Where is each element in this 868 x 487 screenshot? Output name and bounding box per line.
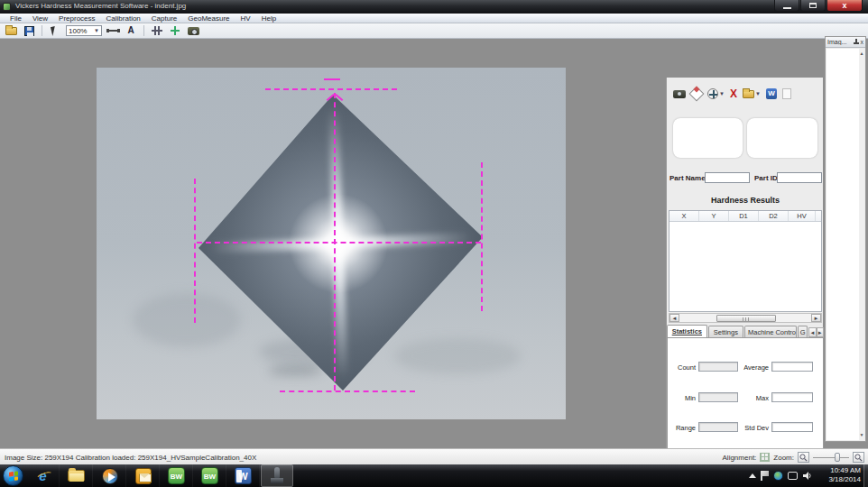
taskbar-item-file-explorer[interactable] [60,464,93,487]
scroll-up-arrow-icon[interactable]: ▲ [859,51,864,57]
tab-machine-control[interactable]: Machine Control [744,326,797,337]
taskbar: e BW BW W 10:49 AM 3/18/2014 [0,464,868,487]
column-header-x[interactable]: X [669,211,699,221]
preview-box-2[interactable] [747,118,817,158]
open-file-button[interactable] [4,24,18,37]
camera-tool-button[interactable] [186,24,200,37]
menu-hv[interactable]: HV [235,14,256,23]
menu-view[interactable]: View [27,14,53,23]
stat-min-label: Min [668,394,696,402]
column-header-hv[interactable]: HV [789,211,816,221]
alignment-label: Alignment: [723,454,757,462]
measure-horizontal-axis[interactable] [197,242,481,244]
menu-preprocess[interactable]: Preprocess [53,14,100,23]
open-results-button[interactable]: ▼ [743,87,761,101]
column-header-d2[interactable]: D2 [759,211,789,221]
crosshair-icon [171,26,180,35]
grid-tool-button[interactable] [150,24,164,37]
zoom-out-button[interactable] [798,452,809,463]
zoom-in-button[interactable] [853,452,864,463]
open-folder-icon [5,27,17,35]
indent-image[interactable] [97,68,566,419]
show-desktop-button[interactable] [863,464,868,487]
taskbar-item-bw-app-2[interactable]: BW [194,464,226,487]
tab-settings[interactable]: Settings [708,326,743,337]
magnifier-icon [799,454,808,462]
chevron-down-icon: ▼ [719,91,725,96]
outlook-icon [135,468,152,484]
part-name-input[interactable] [705,172,750,183]
menu-help[interactable]: Help [256,14,282,23]
display-icon[interactable] [788,472,798,480]
measure-bottom-line[interactable] [280,391,415,392]
edit-measure-button[interactable] [691,87,702,101]
action-center-flag-icon[interactable] [761,471,769,481]
scroll-left-arrow-icon[interactable]: ◄ [669,314,679,322]
tab-g-partial[interactable]: G [798,326,808,337]
clock-time: 10:49 AM [828,466,861,475]
maximize-button[interactable] [800,0,826,12]
measure-vertical-axis[interactable] [334,93,336,391]
new-report-button[interactable] [782,87,791,101]
export-word-button[interactable]: W [766,87,777,101]
menu-file[interactable]: File [5,14,27,23]
zoom-slider-handle[interactable] [835,453,840,462]
media-player-icon [102,468,118,484]
measure-right-line[interactable] [481,162,483,311]
menu-calibration[interactable]: Calibration [101,14,146,23]
part-id-input[interactable] [777,172,822,183]
bw-app-icon: BW [168,467,185,484]
show-hidden-icons-icon[interactable] [749,473,756,478]
close-icon[interactable]: x [861,39,864,45]
column-header-y[interactable]: Y [699,211,729,221]
capture-image-button[interactable] [673,87,686,101]
measure-left-line[interactable] [194,179,196,323]
column-header-d1[interactable]: D1 [729,211,759,221]
delete-result-button[interactable]: X [730,87,737,101]
zoom-select[interactable]: 100% ▼ [66,25,102,36]
line-tool-button[interactable] [106,24,120,37]
stat-stddev-label: Std Dev [736,424,769,432]
start-button[interactable] [3,465,23,486]
images-list[interactable] [826,49,860,440]
tab-statistics[interactable]: Statistics [667,325,707,337]
taskbar-item-hardness-app[interactable] [261,464,293,487]
tab-scroll-right-icon[interactable]: ► [817,327,824,337]
taskbar-clock[interactable]: 10:49 AM 3/18/2014 [828,466,861,484]
alignment-grid-icon[interactable] [760,453,770,462]
speaker-icon[interactable] [802,471,812,481]
results-table[interactable]: X Y D1 D2 HV [669,210,822,312]
tab-scroll-left-icon[interactable]: ◄ [808,327,816,337]
crosshair-tool-button[interactable] [168,24,182,37]
menu-capture[interactable]: Capture [146,14,182,23]
taskbar-item-media-player[interactable] [94,464,126,487]
auto-measure-button[interactable]: ▼ [707,87,725,101]
close-button[interactable]: x [826,0,863,12]
measure-top-line[interactable] [265,88,397,90]
open-folder-icon [743,90,754,98]
word-icon: W [235,467,252,484]
select-tool-button[interactable] [48,24,62,37]
scroll-down-arrow-icon[interactable]: ▼ [859,432,864,438]
taskbar-item-internet-explorer[interactable]: e [27,464,60,487]
measurement-panel: ▼ X ▼ W Part Name: Part ID: Hardness Res… [666,78,823,487]
bw-app-icon: BW [201,467,218,484]
text-tool-button[interactable]: A [124,24,138,37]
preview-box-1[interactable] [673,118,743,158]
scrollbar-thumb[interactable] [716,315,776,322]
save-button[interactable] [22,24,36,37]
pin-icon[interactable] [854,39,859,45]
taskbar-item-word[interactable]: W [227,464,260,487]
images-vertical-scrollbar[interactable]: ▲ ▼ [859,49,864,440]
menu-geomeasure[interactable]: GeoMeasure [182,14,235,23]
taskbar-item-bw-app-1[interactable]: BW [161,464,193,487]
minimize-button[interactable] [774,0,799,12]
surface-smudge [268,365,322,376]
results-horizontal-scrollbar[interactable]: ◄ ► [669,313,822,323]
chevron-down-icon: ▼ [94,28,99,33]
taskbar-item-outlook[interactable] [127,464,160,487]
zoom-slider[interactable] [813,452,849,463]
network-icon[interactable] [773,471,783,481]
scroll-right-arrow-icon[interactable]: ► [811,314,821,322]
close-icon: x [827,0,862,11]
